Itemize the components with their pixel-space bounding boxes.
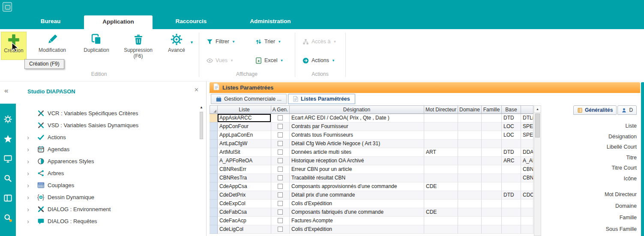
cell-liste[interactable]: AppLpaConEn (218, 131, 271, 140)
cell-famille[interactable] (482, 114, 502, 122)
cell-designation[interactable]: Données article multi sites (290, 148, 424, 157)
cell-extra[interactable] (521, 140, 533, 148)
cell-mot-directeur[interactable]: CDE (424, 208, 458, 217)
tree-item-arbres[interactable]: › Arbres (16, 167, 199, 179)
scrollbar-thumb[interactable] (200, 112, 203, 139)
scrollbar-thumb[interactable] (535, 114, 540, 137)
cell-designation[interactable]: Composants approvisionnés d'une commande (290, 182, 424, 191)
row-selector[interactable] (210, 165, 218, 174)
chevron-right-icon[interactable]: › (27, 146, 37, 152)
row-selector[interactable] (210, 182, 218, 191)
actions-button[interactable]: Actions ▼ (303, 56, 335, 65)
cell-domaine[interactable] (458, 114, 482, 122)
cell-base[interactable]: LOC (502, 131, 521, 140)
checkbox[interactable] (278, 184, 283, 189)
cell-mot-directeur[interactable] (424, 122, 458, 131)
cell-mot-directeur[interactable] (424, 191, 458, 200)
row-selector[interactable] (210, 174, 218, 182)
cell-extra[interactable] (521, 208, 533, 217)
table-vertical-scrollbar[interactable]: ▲ (534, 105, 541, 236)
cell-domaine[interactable] (458, 131, 482, 140)
tab-application[interactable]: Application (84, 15, 153, 29)
cell-base[interactable] (502, 182, 521, 191)
cell-a-gen[interactable] (271, 174, 290, 182)
cell-a-gen[interactable] (271, 131, 290, 140)
table-row[interactable]: ArtLpaCfgW Détail Cfg Web Article Negoce… (210, 140, 541, 148)
cell-base[interactable]: ARC (502, 157, 521, 165)
cell-designation[interactable]: Ecart ARC EDI / CdeOA( Prix , Qte , Date… (290, 114, 424, 122)
search-icon[interactable] (3, 174, 12, 183)
chevron-right-icon[interactable]: › (27, 194, 37, 200)
cell-extra[interactable]: DDA (521, 148, 533, 157)
cell-designation[interactable]: Composants fabriqués d'une commande (290, 208, 424, 217)
cell-a-gen[interactable] (271, 165, 290, 174)
cell-famille[interactable] (482, 225, 502, 234)
cell-domaine[interactable] (458, 200, 482, 208)
checkbox[interactable] (278, 218, 283, 223)
cell-liste[interactable]: CdeFacAcp (218, 217, 271, 225)
row-selector[interactable] (210, 225, 218, 234)
table-row[interactable]: CdeExpCol Colis d'Expédition (210, 200, 541, 208)
row-selector[interactable] (210, 200, 218, 208)
cell-extra[interactable] (521, 200, 533, 208)
acces-a-button[interactable]: Accès à ▼ (303, 37, 336, 46)
cell-designation[interactable]: Contrats tous Fournisseurs (290, 131, 424, 140)
monitor-icon[interactable] (3, 154, 12, 163)
cell-base[interactable]: DTD (502, 114, 521, 122)
tree-item-actions[interactable]: › Actions (16, 131, 199, 143)
trier-button[interactable]: Trier ▼ (255, 37, 281, 46)
cell-mot-directeur[interactable] (424, 140, 458, 148)
cell-famille[interactable] (482, 191, 502, 200)
table-row[interactable]: CdeFacAcp Factures Acompte (210, 217, 541, 225)
table-row[interactable]: CBNResTra Tracabilité résultat CBN CBNF (210, 174, 541, 182)
cell-liste[interactable]: CdeFabCsa (218, 208, 271, 217)
cell-liste[interactable]: CBNResErr (218, 165, 271, 174)
gear-icon[interactable] (3, 115, 12, 124)
cell-famille[interactable] (482, 140, 502, 148)
cell-mot-directeur[interactable] (424, 200, 458, 208)
row-selector[interactable] (210, 140, 218, 148)
row-selector[interactable] (210, 122, 218, 131)
cell-a-gen[interactable] (271, 140, 290, 148)
cell-famille[interactable] (482, 165, 502, 174)
cell-a-gen[interactable] (271, 217, 290, 225)
chevron-right-icon[interactable]: › (27, 158, 37, 164)
tab-administration[interactable]: Administration (238, 14, 303, 29)
cell-domaine[interactable] (458, 148, 482, 157)
cell-famille[interactable] (482, 157, 502, 165)
chevron-right-icon[interactable]: › (27, 206, 37, 212)
cell-a-gen[interactable] (271, 114, 290, 122)
star-icon[interactable] (3, 134, 12, 143)
table-row[interactable]: CBNResErr Erreur CBN pour un article CBN… (210, 165, 541, 174)
collapse-sidebar-icon[interactable]: « (4, 87, 8, 95)
cell-a-gen[interactable] (271, 122, 290, 131)
cell-liste[interactable]: CdeDetPrix (218, 191, 271, 200)
table-row[interactable]: CdeLigCol Colis d'Expédition (210, 225, 541, 234)
cell-famille[interactable] (482, 174, 502, 182)
suppression-button[interactable]: Suppression(F6) (120, 32, 156, 59)
cell-base[interactable] (502, 225, 521, 234)
row-selector[interactable] (210, 157, 218, 165)
cell-famille[interactable] (482, 122, 502, 131)
panels-icon[interactable] (3, 194, 12, 203)
cell-designation[interactable]: Colis d'Expédition (290, 200, 424, 208)
cell-base[interactable]: DTD (502, 148, 521, 157)
cell-mot-directeur[interactable] (424, 114, 458, 122)
close-icon[interactable]: × (195, 86, 198, 94)
cell-liste[interactable]: AppConFour (218, 122, 271, 131)
row-selector[interactable] (210, 148, 218, 157)
cell-liste[interactable]: CdeLigCol (218, 225, 271, 234)
tree-scrollbar[interactable]: ▲ (199, 105, 204, 139)
cell-mot-directeur[interactable] (424, 174, 458, 182)
chevron-right-icon[interactable]: › (27, 170, 37, 176)
cell-famille[interactable] (482, 148, 502, 157)
cell-a-gen[interactable] (271, 148, 290, 157)
cell-domaine[interactable] (458, 182, 482, 191)
checkbox[interactable] (278, 158, 283, 163)
cell-designation[interactable]: Contrats par Fournisseur (290, 122, 424, 131)
cell-liste[interactable]: A_APFoReOA (218, 157, 271, 165)
table-row[interactable]: AppConFour Contrats par Fournisseur LOC … (210, 122, 541, 131)
checkbox[interactable] (278, 175, 283, 180)
table-corner-header[interactable] (210, 105, 218, 114)
row-selector[interactable] (210, 114, 218, 122)
